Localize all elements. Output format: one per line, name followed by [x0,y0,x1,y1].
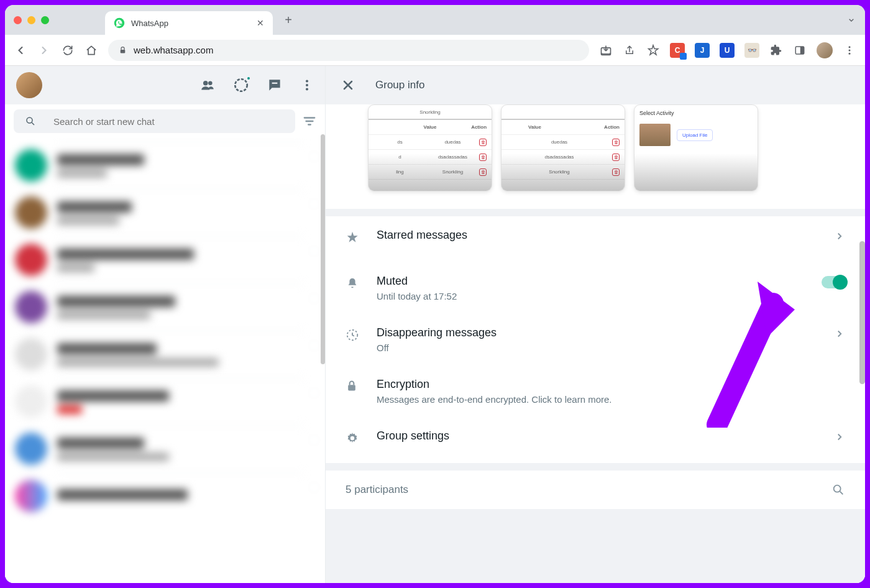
chat-item[interactable]: . [5,236,325,283]
chevron-right-icon [834,328,845,339]
chat-item[interactable]: . [5,142,325,189]
mute-toggle[interactable] [822,276,845,288]
svg-point-10 [235,79,247,91]
close-panel-icon[interactable] [341,78,355,93]
participants-count: 5 participants [346,484,831,496]
search-input[interactable] [53,116,284,127]
reload-button[interactable] [61,44,75,57]
group-settings-row[interactable]: Group settings [326,417,865,463]
svg-rect-4 [800,47,804,54]
svg-rect-1 [121,50,126,53]
status-icon[interactable] [233,77,249,93]
extension-icon-4[interactable]: 👓 [744,43,759,58]
install-icon[interactable] [599,44,613,57]
close-window-button[interactable] [14,16,22,24]
svg-point-13 [306,84,308,86]
bookmark-star-icon[interactable] [646,44,660,57]
new-chat-icon[interactable] [267,77,283,93]
chat-item[interactable]: . [5,283,325,331]
encryption-row[interactable]: Encryption Messages are end-to-end encry… [326,365,865,417]
chat-item[interactable]: . [5,189,325,236]
user-avatar[interactable] [16,72,42,98]
sidepanel-icon[interactable] [793,44,807,57]
svg-point-20 [834,485,841,492]
svg-point-12 [306,80,308,83]
mute-row[interactable]: Muted Until today at 17:52 [326,262,865,314]
chevron-right-icon [834,231,845,242]
chat-sidebar: . . . . . . . . [5,66,326,583]
filter-icon[interactable] [303,114,316,128]
home-button[interactable] [85,44,98,57]
search-participants-icon[interactable] [831,483,845,497]
search-icon [25,116,36,127]
svg-point-5 [849,46,851,48]
svg-point-14 [306,88,308,90]
participants-row[interactable]: 5 participants [326,471,865,509]
svg-rect-11 [272,83,278,84]
settings-list: Starred messages Muted Until today at 17… [326,216,865,463]
media-thumbnail[interactable]: ValueAction duedas🗑 dsadassadas🗑 Snorkli… [501,104,625,191]
communities-icon[interactable] [199,77,216,93]
toolbar-actions: C J U 👓 [599,42,856,58]
sidebar-scrollbar[interactable] [321,134,325,364]
disappearing-messages-row[interactable]: Disappearing messages Off [326,314,865,365]
panel-body: Snorkling ValueAction dsduedas🗑 ddsadass… [326,104,865,583]
svg-point-6 [849,49,851,51]
starred-messages-row[interactable]: Starred messages [326,216,865,262]
chat-item[interactable]: . [5,472,325,520]
group-info-panel: Group info Snorkling ValueAction dsdueda… [326,66,865,583]
chat-item[interactable]: . [5,378,325,425]
share-icon[interactable] [623,44,636,57]
svg-point-8 [203,81,208,86]
svg-point-19 [350,436,354,440]
sidebar-search [5,104,325,138]
tab-close-icon[interactable]: ✕ [257,18,264,28]
url-text: web.whatsapp.com [134,45,213,55]
extension-icon-3[interactable]: U [720,43,735,58]
lock-icon [346,380,360,392]
extensions-icon[interactable] [769,44,783,57]
media-thumbnail[interactable]: Snorkling ValueAction dsduedas🗑 ddsadass… [368,104,492,191]
address-bar[interactable]: web.whatsapp.com [108,40,589,61]
panel-scrollbar[interactable] [859,241,865,384]
gear-icon [346,431,360,445]
extension-icon-1[interactable]: C [670,43,685,58]
minimize-window-button[interactable] [27,16,35,24]
titlebar: WhatsApp ✕ + [5,5,865,35]
svg-point-15 [27,117,32,123]
panel-header: Group info [326,66,865,104]
chat-item[interactable]: . [5,331,325,378]
svg-point-7 [849,52,851,54]
window-controls [14,16,49,24]
chat-list: . . . . . . . . [5,138,325,583]
bell-icon [346,277,360,290]
browser-toolbar: web.whatsapp.com C J U 👓 [5,35,865,66]
browser-window: WhatsApp ✕ + web.whatsapp.com C J U 👓 [5,5,865,583]
tabs-dropdown-icon[interactable] [846,15,856,25]
forward-button[interactable] [37,44,51,57]
browser-tab[interactable]: WhatsApp ✕ [105,11,273,35]
tab-title: WhatsApp [131,19,250,28]
menu-icon[interactable] [843,44,856,57]
search-box[interactable] [14,109,295,133]
app-content: . . . . . . . . Group info Snorkling [5,66,865,583]
profile-avatar[interactable] [817,42,833,58]
svg-point-9 [208,81,213,86]
back-button[interactable] [14,44,27,57]
chat-item[interactable]: . [5,425,325,472]
chevron-right-icon [834,431,845,443]
menu-dots-icon[interactable] [300,78,314,92]
timer-icon [346,328,360,342]
maximize-window-button[interactable] [41,16,49,24]
new-tab-button[interactable]: + [279,13,298,27]
svg-rect-17 [348,385,355,390]
star-icon [346,231,360,244]
sidebar-header [5,66,325,104]
lock-icon [118,45,127,55]
extension-icon-2[interactable]: J [695,43,710,58]
media-thumbnail[interactable]: Select Activity Upload File [634,104,758,191]
panel-title: Group info [375,79,424,91]
whatsapp-icon [114,17,125,29]
media-strip: Snorkling ValueAction dsduedas🗑 ddsadass… [326,104,865,209]
